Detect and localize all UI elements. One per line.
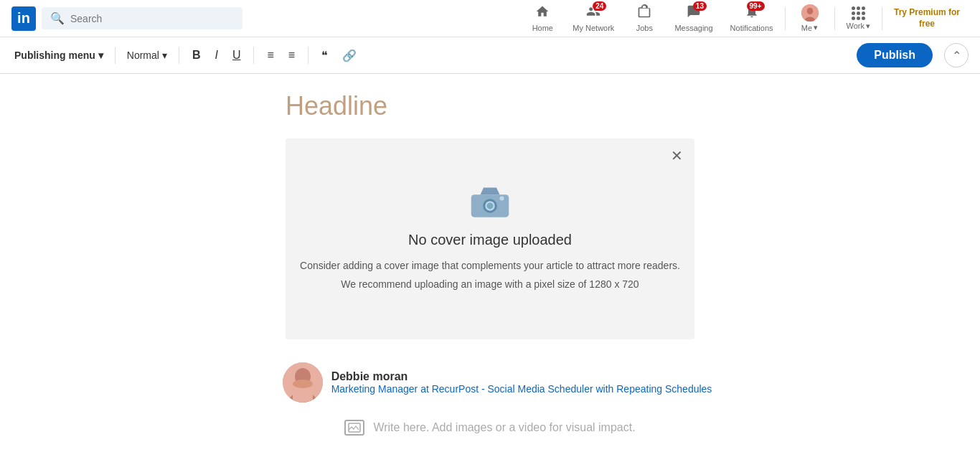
author-name: Debbie moran (331, 370, 712, 383)
author-info: Debbie moran Marketing Manager at RecurP… (331, 370, 712, 395)
home-icon (535, 4, 550, 22)
search-icon: 🔍 (50, 11, 65, 25)
notifications-icon: 99+ (745, 4, 759, 22)
toolbar-divider-3 (253, 47, 254, 64)
underline-button[interactable]: U (228, 46, 245, 65)
me-label: Me▾ (801, 23, 818, 32)
author-title: Marketing Manager at RecurPost - Social … (331, 383, 712, 395)
content-area: Headline ✕ No cover image uploaded Consi… (271, 74, 709, 357)
network-label: My Network (573, 24, 614, 32)
jobs-icon (637, 4, 651, 22)
collapse-button[interactable]: ⌃ (944, 43, 969, 67)
nav-network[interactable]: 24 My Network (564, 0, 623, 37)
nav-work[interactable]: Work▾ (838, 0, 879, 37)
headline-input[interactable]: Headline (286, 74, 694, 133)
italic-button[interactable]: I (210, 46, 222, 65)
publish-button[interactable]: Publish (857, 43, 933, 67)
camera-icon (468, 184, 512, 220)
quote-button[interactable]: ❝ (317, 46, 332, 65)
nav-divider-1 (785, 7, 786, 30)
cover-image-desc: Consider adding a cover image that compl… (300, 257, 680, 293)
unordered-list-button[interactable]: ≡ (284, 46, 299, 65)
cover-close-button[interactable]: ✕ (671, 147, 683, 164)
svg-point-7 (486, 203, 493, 210)
try-premium-button[interactable]: Try Premium for free (885, 7, 969, 29)
format-label: Normal (127, 50, 159, 61)
bold-button[interactable]: B (188, 46, 205, 65)
nav-notifications[interactable]: 99+ Notifications (722, 0, 782, 37)
publishing-menu-label: Publishing menu (14, 50, 95, 61)
linkedin-logo[interactable]: in (11, 6, 36, 31)
toolbar: Publishing menu ▾ Normal ▾ B I U ≡ ≡ ❝ 🔗… (0, 37, 980, 74)
notifications-label: Notifications (730, 24, 773, 32)
messaging-icon: 13 (687, 4, 701, 22)
jobs-label: Jobs (636, 24, 653, 32)
messaging-label: Messaging (674, 24, 712, 32)
toolbar-divider-2 (179, 47, 179, 64)
ordered-list-button[interactable]: ≡ (263, 46, 278, 65)
cover-image-title: No cover image uploaded (408, 232, 572, 248)
work-label: Work▾ (847, 22, 870, 31)
avatar (801, 4, 819, 22)
write-placeholder: Write here. Add images or a video for vi… (373, 421, 635, 434)
nav-divider-2 (834, 7, 835, 30)
chevron-up-icon: ⌃ (952, 49, 961, 62)
svg-point-1 (806, 8, 813, 14)
navbar: in 🔍 Home 24 My Network Jobs (0, 0, 980, 37)
author-block: Debbie moran Marketing Manager at RecurP… (268, 357, 712, 414)
toolbar-divider-4 (308, 47, 308, 64)
format-select[interactable]: Normal ▾ (124, 47, 170, 64)
search-bar[interactable]: 🔍 (42, 7, 242, 29)
notifications-badge: 99+ (747, 1, 765, 11)
publishing-menu-chevron-icon: ▾ (98, 50, 103, 61)
svg-point-8 (499, 197, 504, 201)
messaging-badge: 13 (693, 1, 707, 11)
home-label: Home (532, 24, 553, 32)
svg-marker-4 (480, 188, 499, 195)
format-chevron-icon: ▾ (162, 50, 167, 61)
work-icon (852, 6, 865, 20)
search-input[interactable] (70, 13, 234, 24)
link-button[interactable]: 🔗 (338, 46, 361, 65)
publishing-menu-button[interactable]: Publishing menu ▾ (11, 47, 106, 64)
network-icon: 24 (586, 4, 600, 22)
nav-home[interactable]: Home (521, 0, 564, 37)
network-badge: 24 (593, 1, 606, 11)
page-wrapper: Headline ✕ No cover image uploaded Consi… (0, 74, 980, 475)
nav-me[interactable]: Me▾ (788, 0, 831, 37)
nav-items: Home 24 My Network Jobs 13 Messaging (521, 0, 969, 37)
cover-image-area[interactable]: ✕ No cover image uploaded Consider addin… (286, 138, 694, 339)
media-icon (344, 420, 364, 436)
write-area[interactable]: Write here. Add images or a video for vi… (330, 414, 649, 441)
svg-point-13 (293, 380, 313, 388)
nav-jobs[interactable]: Jobs (623, 0, 666, 37)
author-avatar (283, 362, 323, 403)
nav-divider-3 (882, 7, 882, 30)
nav-messaging[interactable]: 13 Messaging (666, 0, 721, 37)
toolbar-divider-1 (115, 47, 116, 64)
